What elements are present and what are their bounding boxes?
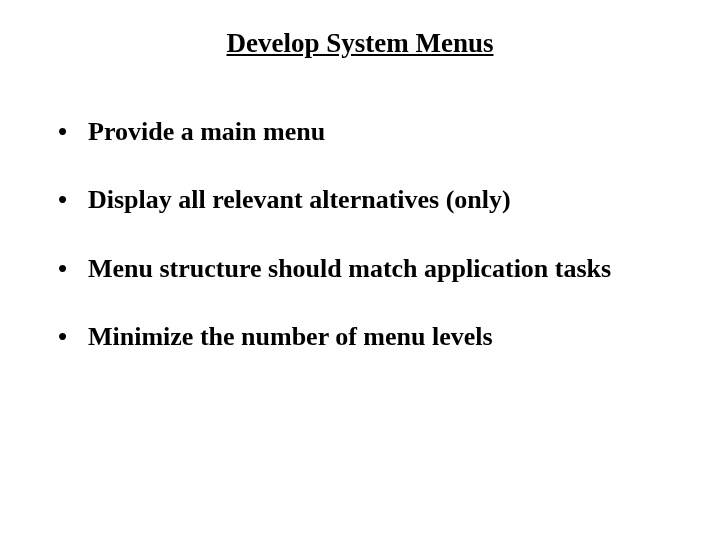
list-item: Display all relevant alternatives (only) xyxy=(58,169,690,231)
list-item: Minimize the number of menu levels xyxy=(58,306,690,368)
slide-title: Develop System Menus xyxy=(0,28,720,59)
list-item: Provide a main menu xyxy=(58,101,690,163)
slide: Develop System Menus Provide a main menu… xyxy=(0,0,720,540)
bullet-list: Provide a main menu Display all relevant… xyxy=(0,101,720,369)
list-item: Menu structure should match application … xyxy=(58,238,690,300)
